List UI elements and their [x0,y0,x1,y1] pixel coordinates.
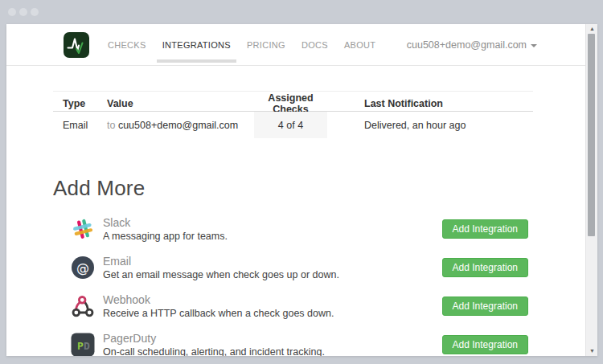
table-row: Email to cuu508+demo@gmail.com 4 of 4 De… [53,112,533,138]
integration-text: PagerDuty On-call scheduling, alerting, … [103,332,325,356]
add-integration-button-email[interactable]: Add Integration [442,258,528,277]
chevron-down-icon [531,44,537,47]
integration-name: Email [103,255,339,268]
column-header-value: Value [107,97,254,109]
integration-description: Get an email message when check goes up … [103,269,339,280]
integration-text: Webhook Receive a HTTP callback when a c… [103,293,334,319]
add-integration-button-slack[interactable]: Add Integration [442,219,528,239]
nav-item-pricing[interactable]: PRICING [247,40,285,50]
integration-list: Slack A messaging app for teams. Add Int… [53,210,533,356]
navbar: CHECKS INTEGRATIONS PRICING DOCS ABOUT c… [6,24,597,66]
column-header-type: Type [53,97,107,109]
list-item-webhook: Webhook Receive a HTTP callback when a c… [53,287,533,325]
scrollbar-thumb[interactable] [588,34,595,236]
integration-name: Slack [103,216,228,229]
list-item-email: @ Email Get an email message when check … [53,248,533,287]
cell-last-notification: Delivered, an hour ago [327,120,533,131]
account-email: cuu508+demo@gmail.com [407,39,527,51]
nav-item-docs[interactable]: DOCS [302,40,328,50]
integration-name: PagerDuty [103,332,325,345]
main-content: Type Value Assigned Checks Last Notifica… [6,91,597,356]
cell-value: to cuu508+demo@gmail.com [107,120,254,131]
value-email: cuu508+demo@gmail.com [118,120,238,131]
integration-description: On-call scheduling, alerting, and incide… [103,346,325,356]
scrollbar-up-arrow-icon[interactable]: ▲ [586,24,597,34]
svg-text:P: P [77,340,84,352]
svg-text:D: D [84,340,90,352]
scrollbar-down-arrow-icon[interactable]: ▼ [586,346,597,356]
nav-item-integrations[interactable]: INTEGRATIONS [162,40,231,50]
nav-item-about[interactable]: ABOUT [344,40,375,50]
window-control-dot [8,8,16,16]
pagerduty-icon: P D [71,333,95,356]
browser-titlebar [0,0,603,24]
browser-viewport: CHECKS INTEGRATIONS PRICING DOCS ABOUT c… [6,24,597,356]
slack-icon [71,217,95,241]
svg-text:@: @ [76,260,89,276]
nav-item-checks[interactable]: CHECKS [108,40,146,50]
list-item-slack: Slack A messaging app for teams. Add Int… [53,210,533,248]
cell-type: Email [53,120,107,131]
account-dropdown[interactable]: cuu508+demo@gmail.com [407,39,537,51]
integration-description: Receive a HTTP callback when a check goe… [103,308,334,319]
table-header-row: Type Value Assigned Checks Last Notifica… [53,91,533,112]
cell-assigned-checks: 4 of 4 [254,112,327,138]
integration-description: A messaging app for teams. [103,231,228,242]
add-integration-button-pagerduty[interactable]: Add Integration [442,335,528,354]
nav-items: CHECKS INTEGRATIONS PRICING DOCS ABOUT [108,40,375,50]
integration-name: Webhook [103,293,334,306]
window-control-dot [19,8,27,16]
list-item-pagerduty: P D PagerDuty On-call scheduling, alerti… [53,325,533,356]
value-prefix: to [107,120,115,131]
email-icon: @ [71,256,95,280]
healthchecks-logo-icon[interactable] [63,31,90,59]
add-integration-button-webhook[interactable]: Add Integration [442,297,528,316]
window-control-dot [31,8,39,16]
integration-text: Email Get an email message when check go… [103,255,339,280]
webhook-icon [71,294,95,318]
integration-text: Slack A messaging app for teams. [103,216,228,242]
add-more-heading: Add More [53,176,597,201]
scrollbar[interactable]: ▲ ▼ [585,24,597,356]
column-header-last-notification: Last Notification [327,97,533,109]
integrations-table: Type Value Assigned Checks Last Notifica… [53,91,533,138]
